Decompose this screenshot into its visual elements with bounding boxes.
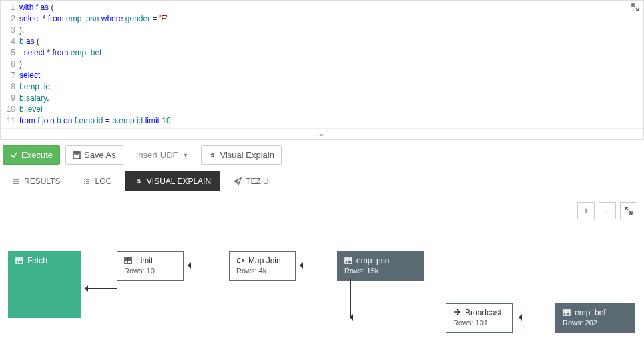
broadcast-icon: [453, 309, 461, 317]
zoom-controls: + -: [577, 202, 637, 219]
node-broadcast[interactable]: Broadcast Rows: 101: [446, 303, 513, 333]
save-icon: [73, 151, 81, 159]
zoom-out-button[interactable]: -: [599, 202, 616, 219]
expand-icon: [625, 207, 633, 215]
sql-editor[interactable]: 1234567891011 with f as ( select * from …: [0, 0, 644, 140]
check-icon: [10, 151, 18, 159]
table-icon: [344, 257, 352, 265]
edge-broadcast-mapjoin: [350, 317, 446, 317]
code-area[interactable]: with f as ( select * from emp_psn where …: [19, 2, 643, 127]
node-emp-psn[interactable]: emp_psn Rows: 15k: [337, 251, 424, 281]
table-icon: [15, 257, 23, 265]
node-emp-bef[interactable]: emp_bef Rows: 202: [555, 303, 635, 333]
node-mapjoin[interactable]: Map Join Rows: 4k: [229, 251, 296, 281]
visual-explain-label: Visual Explain: [220, 150, 274, 160]
expand-editor-icon[interactable]: [631, 3, 639, 13]
svg-rect-17: [345, 258, 352, 263]
edge-limit-fetch: [85, 288, 117, 289]
svg-rect-20: [563, 310, 570, 315]
link-icon: [135, 177, 143, 185]
insert-udf-button[interactable]: Insert UDF ▼: [129, 145, 196, 165]
visual-explain-button[interactable]: Visual Explain: [201, 145, 281, 165]
tab-log[interactable]: LOG: [73, 171, 121, 191]
execute-button[interactable]: Execute: [3, 145, 60, 165]
save-as-label: Save As: [84, 150, 116, 160]
log-icon: [83, 177, 91, 185]
save-as-button[interactable]: Save As: [65, 145, 123, 165]
zoom-fit-button[interactable]: [620, 202, 637, 219]
tab-visual-explain[interactable]: VISUAL EXPLAIN: [125, 171, 220, 191]
result-tabs: RESULTS LOG VISUAL EXPLAIN TEZ UI: [0, 170, 644, 198]
edge-emppsn-mapjoin: [300, 265, 337, 265]
action-toolbar: Execute Save As Insert UDF ▼ Visual Expl…: [0, 140, 644, 170]
tab-tez-ui[interactable]: TEZ UI: [224, 171, 280, 191]
svg-rect-11: [16, 258, 23, 263]
chevron-down-icon: ▼: [183, 152, 189, 159]
list-icon: [12, 177, 20, 185]
line-gutter: 1234567891011: [1, 2, 19, 127]
execute-label: Execute: [21, 150, 53, 160]
svg-rect-14: [125, 258, 131, 263]
svg-rect-1: [75, 152, 78, 154]
table-icon: [563, 309, 571, 317]
send-icon: [234, 177, 242, 185]
tab-results[interactable]: RESULTS: [3, 171, 69, 191]
editor-resize-handle[interactable]: ≡: [1, 128, 643, 139]
node-limit[interactable]: Limit Rows: 10: [117, 251, 184, 281]
insert-udf-label: Insert UDF: [136, 150, 178, 160]
branch-icon: [236, 257, 244, 265]
link-icon: [208, 151, 216, 159]
table-icon: [124, 257, 132, 265]
edge-mapjoin-limit: [188, 265, 229, 265]
explain-canvas[interactable]: + - Fetch Limit Rows: 10 Map Join Rows: …: [0, 198, 644, 340]
edge-empbef-broadcast: [519, 317, 555, 317]
zoom-in-button[interactable]: +: [577, 202, 595, 219]
node-fetch[interactable]: Fetch: [8, 251, 81, 318]
